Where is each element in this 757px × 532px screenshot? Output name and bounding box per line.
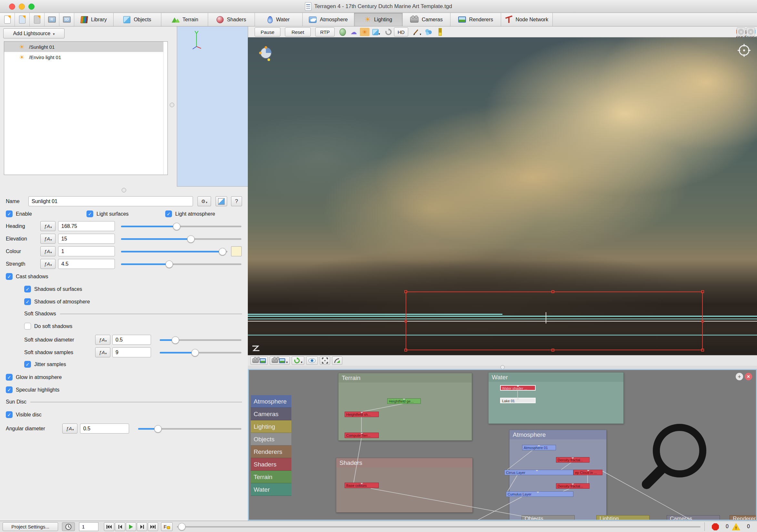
shadows-of-atmosphere-checkbox[interactable]: ✓Shadows of atmosphere [24, 298, 90, 305]
slider-thumb[interactable] [172, 336, 179, 344]
timeline-clock-button[interactable] [62, 522, 75, 531]
fit-view-button[interactable] [320, 357, 330, 365]
strength-function-button[interactable]: ƒA▾ [40, 259, 55, 269]
preview-toggle-button[interactable] [216, 196, 227, 206]
project-settings-button[interactable]: Project Settings... [3, 522, 58, 531]
category-renderers[interactable]: Renderers [251, 446, 291, 458]
compass-icon[interactable] [737, 43, 751, 57]
heading-function-button[interactable]: ƒA▾ [40, 221, 55, 231]
refresh-view-button[interactable]: ▾ [292, 357, 305, 365]
tab-renderers[interactable]: Renderers [450, 13, 501, 26]
name-input[interactable] [28, 196, 193, 206]
selection-handle[interactable] [701, 349, 704, 352]
slider-thumb[interactable] [166, 261, 173, 268]
preview-3d-button[interactable]: 3D [59, 13, 74, 26]
soft-shadow-diameter-slider[interactable] [160, 335, 241, 345]
first-frame-button[interactable] [104, 522, 114, 531]
lightsource-list[interactable]: ☀ /Sunlight 01 ☀ /Enviro light 01 [4, 41, 168, 175]
light-atmosphere-checkbox[interactable]: ✓Light atmosphere [165, 210, 215, 217]
heading-input[interactable] [58, 221, 115, 231]
selection-handle[interactable] [552, 290, 554, 293]
selection-handle[interactable] [701, 290, 704, 293]
terrain-group[interactable]: Terrain [338, 373, 472, 441]
tab-library[interactable]: Library [74, 13, 113, 26]
visible-disc-checkbox[interactable]: ✓Visible disc [6, 411, 42, 418]
cast-shadows-checkbox[interactable]: ✓Cast shadows [6, 273, 48, 280]
node-cirrus-layer[interactable]: Cirrus Layer [504, 470, 573, 475]
angular-diameter-function-button[interactable]: ƒA▾ [62, 423, 77, 433]
elevation-input[interactable] [58, 234, 115, 244]
save-project-button[interactable] [30, 13, 45, 26]
object-spheres-button[interactable] [424, 28, 433, 36]
elevation-slider[interactable] [121, 234, 241, 244]
open-project-button[interactable] [15, 13, 30, 26]
node-cumulus-layer[interactable]: Cumulus Layer [506, 491, 573, 497]
tab-shaders[interactable]: Shaders [208, 13, 255, 26]
renderer-group[interactable]: Renderer [730, 515, 757, 521]
slider-thumb[interactable] [219, 248, 226, 255]
render-quality-sphere-button[interactable] [338, 28, 348, 36]
category-shaders[interactable]: Shaders [251, 458, 291, 471]
render-view-button[interactable]: R [45, 13, 59, 26]
list-item-sunlight[interactable]: ☀ /Sunlight 01 [4, 42, 164, 52]
category-lighting[interactable]: Lighting [251, 420, 291, 433]
lighting-toggle-button[interactable]: ☀ [360, 28, 370, 36]
glow-in-atmosphere-checkbox[interactable]: ✓Glow in atmosphere [6, 374, 62, 381]
selection-rectangle[interactable] [406, 292, 703, 350]
node-lake-01[interactable]: Lake 01 [500, 398, 536, 403]
node-density-fractal-1[interactable]: Density fractal... [556, 457, 590, 463]
jitter-samples-checkbox[interactable]: ✓Jitter samples [24, 361, 66, 368]
do-soft-shadows-checkbox[interactable]: Do soft shadows [24, 323, 72, 329]
drag-corner-icon[interactable] [252, 345, 260, 352]
category-terrain[interactable]: Terrain [251, 471, 291, 483]
node-network-close-button[interactable]: × [745, 373, 752, 380]
pause-button[interactable]: Pause [255, 27, 280, 37]
category-water[interactable]: Water [251, 483, 291, 496]
visibility-toggle-button[interactable] [306, 357, 318, 365]
hd-button[interactable]: HD [394, 27, 408, 37]
enable-checkbox[interactable]: ✓Enable [6, 210, 32, 217]
slider-thumb[interactable] [173, 223, 180, 230]
colour-slider[interactable] [121, 246, 227, 256]
atmosphere-toggle-button[interactable]: ☁ [349, 28, 358, 36]
colour-swatch[interactable] [231, 246, 242, 256]
gear-menu-button[interactable]: ⚙▾ [197, 196, 211, 206]
preview-3d-pane[interactable] [177, 26, 248, 187]
tab-atmosphere[interactable]: Atmosphere [303, 13, 354, 26]
add-render-view-button[interactable]: + [737, 27, 745, 36]
error-stop-icon[interactable] [712, 523, 719, 530]
camera-view-button[interactable] [250, 357, 268, 365]
selection-handle[interactable] [404, 290, 407, 293]
slider-thumb[interactable] [191, 349, 199, 357]
frame-number-input[interactable] [79, 522, 98, 531]
colour-input[interactable] [58, 246, 115, 256]
warning-icon[interactable]: ! [732, 523, 740, 530]
measure-tool-button[interactable] [435, 28, 445, 36]
node-network-add-button[interactable]: + [736, 373, 743, 380]
specular-highlights-checkbox[interactable]: ✓Specular highlights [6, 387, 59, 393]
category-atmosphere[interactable]: Atmosphere [251, 395, 291, 408]
elevation-function-button[interactable]: ƒA▾ [40, 234, 55, 244]
new-project-button[interactable] [0, 13, 15, 26]
soft-shadow-samples-function-button[interactable]: ƒA▾ [95, 347, 110, 357]
last-frame-button[interactable] [148, 522, 158, 531]
camera-image-select-button[interactable]: ▾ [270, 357, 290, 365]
frame-lock-button[interactable]: F [161, 522, 173, 531]
close-render-view-button[interactable]: × [746, 27, 755, 36]
node-base-colours[interactable]: Base colours [345, 483, 379, 488]
refresh-render-button[interactable] [384, 28, 393, 36]
angular-diameter-slider[interactable] [138, 423, 241, 433]
reset-button[interactable]: Reset [285, 27, 311, 37]
tab-cameras[interactable]: Cameras [403, 13, 450, 26]
add-lightsource-button[interactable]: Add Lightsource ▾ [3, 28, 65, 38]
category-cameras[interactable]: Cameras [251, 408, 291, 420]
slider-thumb[interactable] [154, 425, 162, 433]
colour-function-button[interactable]: ƒA▾ [40, 246, 55, 256]
list-item-enviro-light[interactable]: ☀ /Enviro light 01 [4, 52, 167, 62]
paint-tool-button[interactable]: ▾ [412, 28, 422, 36]
vertical-splitter-handle[interactable] [170, 103, 174, 107]
category-objects[interactable]: Objects [251, 433, 291, 446]
slider-thumb[interactable] [187, 235, 195, 243]
objects-group[interactable]: Objects [522, 515, 575, 521]
tone-curve-button[interactable] [332, 357, 342, 365]
